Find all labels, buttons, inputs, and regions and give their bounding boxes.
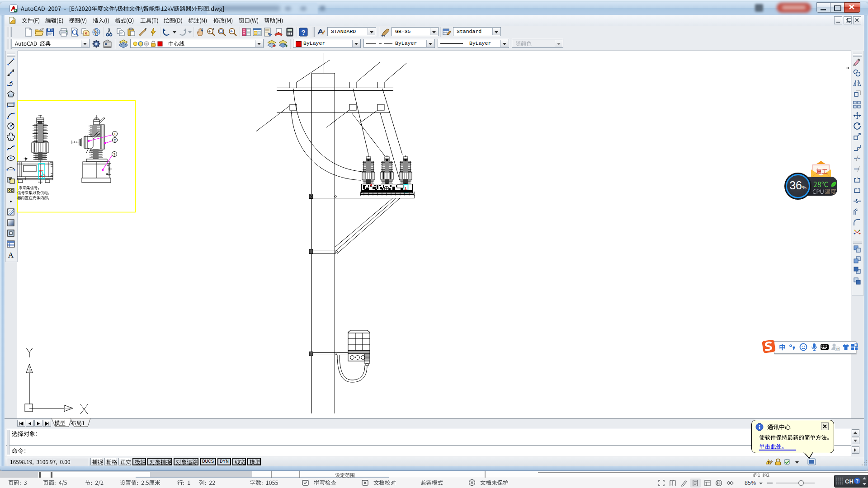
svg-text:?: ? <box>856 479 859 483</box>
svg-text:15: 15 <box>835 347 840 351</box>
svg-text:2: 2 <box>114 138 116 142</box>
svg-text:3: 3 <box>113 152 116 156</box>
svg-text:!: ! <box>768 460 769 465</box>
svg-text:?: ? <box>301 28 305 36</box>
svg-text:A: A <box>8 251 14 259</box>
svg-text:1: 1 <box>114 132 116 136</box>
